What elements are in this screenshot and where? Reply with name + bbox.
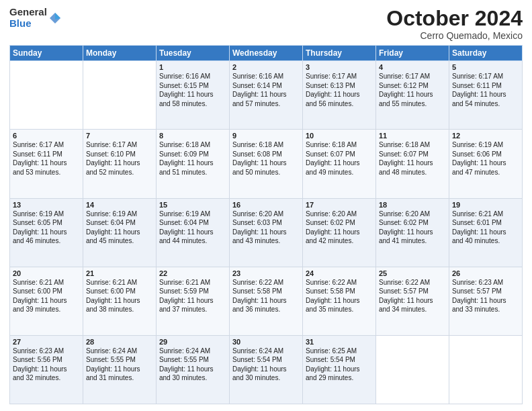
day-number: 27 — [13, 338, 80, 346]
day-info: Sunrise: 6:21 AMSunset: 6:00 PMDaylight:… — [13, 278, 80, 314]
calendar-day-header: Friday — [376, 46, 449, 61]
day-info: Sunrise: 6:24 AMSunset: 5:55 PMDaylight:… — [86, 347, 153, 383]
day-number: 24 — [306, 269, 373, 277]
calendar-cell — [376, 335, 449, 404]
calendar-cell: 9Sunrise: 6:18 AMSunset: 6:08 PMDaylight… — [230, 130, 303, 198]
day-number: 14 — [86, 201, 153, 209]
calendar-day-header: Sunday — [10, 46, 83, 61]
logo-icon — [48, 11, 62, 25]
day-info: Sunrise: 6:17 AMSunset: 6:11 PMDaylight:… — [452, 72, 519, 108]
day-number: 26 — [452, 269, 519, 277]
calendar-cell: 31Sunrise: 6:25 AMSunset: 5:54 PMDayligh… — [303, 335, 376, 404]
calendar-cell: 30Sunrise: 6:24 AMSunset: 5:54 PMDayligh… — [230, 335, 303, 404]
calendar-cell: 7Sunrise: 6:17 AMSunset: 6:10 PMDaylight… — [83, 130, 157, 198]
day-info: Sunrise: 6:22 AMSunset: 5:58 PMDaylight:… — [306, 278, 373, 314]
day-info: Sunrise: 6:23 AMSunset: 5:56 PMDaylight:… — [13, 347, 80, 383]
calendar-cell: 17Sunrise: 6:20 AMSunset: 6:02 PMDayligh… — [303, 198, 376, 267]
calendar-cell: 13Sunrise: 6:19 AMSunset: 6:05 PMDayligh… — [10, 198, 83, 267]
logo-blue: Blue — [9, 18, 47, 30]
day-info: Sunrise: 6:21 AMSunset: 6:01 PMDaylight:… — [452, 210, 519, 246]
day-number: 16 — [232, 201, 300, 209]
calendar-cell: 26Sunrise: 6:23 AMSunset: 5:57 PMDayligh… — [449, 267, 523, 335]
calendar-cell — [83, 61, 157, 130]
title-block: October 2024 Cerro Quemado, Mexico — [386, 7, 523, 41]
calendar-cell: 23Sunrise: 6:22 AMSunset: 5:58 PMDayligh… — [230, 267, 303, 335]
calendar-cell: 25Sunrise: 6:22 AMSunset: 5:57 PMDayligh… — [376, 267, 449, 335]
day-number: 10 — [306, 132, 373, 140]
calendar-cell: 22Sunrise: 6:21 AMSunset: 5:59 PMDayligh… — [157, 267, 230, 335]
day-info: Sunrise: 6:24 AMSunset: 5:54 PMDaylight:… — [232, 347, 300, 383]
day-number: 5 — [452, 63, 519, 71]
calendar-cell: 29Sunrise: 6:24 AMSunset: 5:55 PMDayligh… — [157, 335, 230, 404]
day-number: 3 — [306, 63, 373, 71]
calendar-header-row: SundayMondayTuesdayWednesdayThursdayFrid… — [10, 46, 523, 61]
calendar-cell: 15Sunrise: 6:19 AMSunset: 6:04 PMDayligh… — [157, 198, 230, 267]
calendar-cell: 2Sunrise: 6:16 AMSunset: 6:14 PMDaylight… — [230, 61, 303, 130]
calendar-cell: 4Sunrise: 6:17 AMSunset: 6:12 PMDaylight… — [376, 61, 449, 130]
page: General Blue October 2024 Cerro Quemado,… — [0, 0, 532, 411]
day-number: 1 — [159, 63, 226, 71]
day-number: 4 — [379, 63, 446, 71]
day-number: 11 — [379, 132, 446, 140]
day-number: 25 — [379, 269, 446, 277]
calendar-cell: 3Sunrise: 6:17 AMSunset: 6:13 PMDaylight… — [303, 61, 376, 130]
day-number: 21 — [86, 269, 153, 277]
day-info: Sunrise: 6:17 AMSunset: 6:10 PMDaylight:… — [86, 140, 153, 177]
calendar-day-header: Wednesday — [230, 46, 303, 61]
day-info: Sunrise: 6:20 AMSunset: 6:02 PMDaylight:… — [306, 210, 373, 246]
calendar-day-header: Tuesday — [157, 46, 230, 61]
calendar-cell: 16Sunrise: 6:20 AMSunset: 6:03 PMDayligh… — [230, 198, 303, 267]
day-info: Sunrise: 6:20 AMSunset: 6:02 PMDaylight:… — [379, 210, 446, 246]
day-info: Sunrise: 6:16 AMSunset: 6:14 PMDaylight:… — [232, 72, 300, 108]
day-info: Sunrise: 6:19 AMSunset: 6:04 PMDaylight:… — [86, 210, 153, 246]
day-number: 30 — [232, 338, 300, 346]
day-info: Sunrise: 6:19 AMSunset: 6:05 PMDaylight:… — [13, 210, 80, 246]
day-number: 8 — [159, 132, 226, 140]
day-number: 20 — [13, 269, 80, 277]
calendar: SundayMondayTuesdayWednesdayThursdayFrid… — [9, 45, 523, 404]
calendar-cell: 27Sunrise: 6:23 AMSunset: 5:56 PMDayligh… — [10, 335, 83, 404]
day-info: Sunrise: 6:24 AMSunset: 5:55 PMDaylight:… — [159, 347, 226, 383]
calendar-cell: 5Sunrise: 6:17 AMSunset: 6:11 PMDaylight… — [449, 61, 523, 130]
day-number: 22 — [159, 269, 226, 277]
day-info: Sunrise: 6:17 AMSunset: 6:11 PMDaylight:… — [13, 140, 80, 177]
day-info: Sunrise: 6:25 AMSunset: 5:54 PMDaylight:… — [306, 347, 373, 383]
calendar-cell: 1Sunrise: 6:16 AMSunset: 6:15 PMDaylight… — [157, 61, 230, 130]
day-number: 12 — [452, 132, 519, 140]
day-info: Sunrise: 6:18 AMSunset: 6:09 PMDaylight:… — [159, 140, 226, 177]
calendar-week-row: 27Sunrise: 6:23 AMSunset: 5:56 PMDayligh… — [10, 335, 523, 404]
calendar-cell — [449, 335, 523, 404]
calendar-week-row: 6Sunrise: 6:17 AMSunset: 6:11 PMDaylight… — [10, 130, 523, 198]
calendar-day-header: Saturday — [449, 46, 523, 61]
day-number: 18 — [379, 201, 446, 209]
calendar-cell: 11Sunrise: 6:18 AMSunset: 6:07 PMDayligh… — [376, 130, 449, 198]
day-info: Sunrise: 6:23 AMSunset: 5:57 PMDaylight:… — [452, 278, 519, 314]
calendar-day-header: Thursday — [303, 46, 376, 61]
calendar-cell: 28Sunrise: 6:24 AMSunset: 5:55 PMDayligh… — [83, 335, 157, 404]
day-info: Sunrise: 6:20 AMSunset: 6:03 PMDaylight:… — [232, 210, 300, 246]
calendar-week-row: 20Sunrise: 6:21 AMSunset: 6:00 PMDayligh… — [10, 267, 523, 335]
calendar-day-header: Monday — [83, 46, 157, 61]
day-number: 7 — [86, 132, 153, 140]
day-number: 2 — [232, 63, 300, 71]
logo-text: General Blue — [9, 7, 47, 29]
day-number: 31 — [306, 338, 373, 346]
logo: General Blue — [9, 7, 62, 29]
day-info: Sunrise: 6:17 AMSunset: 6:13 PMDaylight:… — [306, 72, 373, 108]
day-number: 28 — [86, 338, 153, 346]
day-info: Sunrise: 6:18 AMSunset: 6:07 PMDaylight:… — [379, 140, 446, 177]
calendar-cell: 6Sunrise: 6:17 AMSunset: 6:11 PMDaylight… — [10, 130, 83, 198]
calendar-cell: 19Sunrise: 6:21 AMSunset: 6:01 PMDayligh… — [449, 198, 523, 267]
header: General Blue October 2024 Cerro Quemado,… — [9, 7, 523, 41]
day-number: 13 — [13, 201, 80, 209]
logo-general: General — [9, 7, 47, 18]
month-title: October 2024 — [386, 7, 523, 30]
location: Cerro Quemado, Mexico — [386, 30, 523, 41]
day-number: 15 — [159, 201, 226, 209]
day-info: Sunrise: 6:18 AMSunset: 6:07 PMDaylight:… — [306, 140, 373, 177]
day-number: 17 — [306, 201, 373, 209]
day-info: Sunrise: 6:21 AMSunset: 5:59 PMDaylight:… — [159, 278, 226, 314]
calendar-week-row: 13Sunrise: 6:19 AMSunset: 6:05 PMDayligh… — [10, 198, 523, 267]
day-info: Sunrise: 6:19 AMSunset: 6:06 PMDaylight:… — [452, 140, 519, 177]
day-info: Sunrise: 6:17 AMSunset: 6:12 PMDaylight:… — [379, 72, 446, 108]
